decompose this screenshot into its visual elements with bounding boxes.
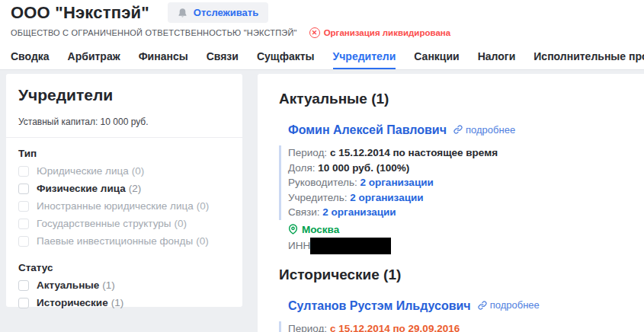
inn-row: ИНН: [288, 238, 636, 254]
tab-uchrediteli[interactable]: Учредители: [333, 43, 396, 69]
more-details-link[interactable]: подробнее: [478, 299, 540, 311]
tab-sankcii[interactable]: Санкции: [414, 43, 459, 69]
filter-individuals[interactable]: Физические лица(2): [18, 183, 230, 194]
tab-suschfakty[interactable]: Сущфакты: [257, 43, 315, 69]
founder-name-link[interactable]: Фомин Алексей Павлович: [288, 123, 447, 137]
filter-historical[interactable]: Исторические(1): [18, 297, 230, 308]
historical-section-heading: Исторические (1): [279, 267, 636, 283]
inn-label: ИНН: [288, 240, 310, 251]
company-full-name: ОБЩЕСТВО С ОГРАНИЧЕННОЙ ОТВЕТСТВЕННОСТЬЮ…: [11, 28, 297, 37]
more-details-label: подробнее: [490, 299, 540, 311]
connections-orgs-link[interactable]: 2 организации: [322, 206, 396, 218]
filter-count: (1): [102, 279, 115, 291]
x-circle-icon: ✕: [309, 27, 320, 38]
divider: [6, 137, 242, 138]
manager-orgs-link[interactable]: 2 организации: [360, 177, 434, 188]
filter-count: (2): [129, 183, 142, 194]
page-header: ООО "Нэкстпэй" Отслеживать ОБЩЕСТВО С ОГ…: [0, 0, 644, 70]
filter-label: Паевые инвестиционные фонды: [37, 235, 193, 247]
founder-entry-historical: Султанов Рустэм Ильдусович подробнее Пер…: [279, 299, 636, 332]
company-page: ООО "Нэкстпэй" Отслеживать ОБЩЕСТВО С ОГ…: [0, 0, 644, 332]
more-details-link[interactable]: подробнее: [453, 124, 515, 136]
detail-label: Доля:: [288, 162, 315, 174]
tab-svyazi[interactable]: Связи: [207, 43, 239, 69]
detail-value-period-historical: с 15.12.2014 по 29.09.2016: [330, 323, 460, 332]
tab-ispolnitelnye-proizvodstva[interactable]: Исполнительные производства: [533, 43, 644, 69]
redacted-inn-value: [310, 238, 391, 254]
detail-label: Учредитель:: [288, 192, 348, 203]
liquidated-status-label: Организация ликвидирована: [324, 28, 451, 37]
charter-capital: Уставный капитал: 10 000 руб.: [18, 117, 230, 127]
checkbox[interactable]: [18, 219, 29, 229]
checkbox[interactable]: [18, 280, 29, 291]
status-filter-label: Статус: [18, 262, 230, 273]
filter-count: (0): [197, 200, 210, 212]
filter-count: (0): [174, 218, 187, 229]
detail-label: Период:: [288, 323, 327, 332]
checkbox[interactable]: [18, 201, 29, 212]
tab-arbitrazh[interactable]: Арбитраж: [68, 43, 120, 69]
link-icon: [478, 301, 487, 310]
more-details-label: подробнее: [466, 124, 515, 136]
follow-button-label: Отслеживать: [194, 7, 258, 18]
filter-state-structures[interactable]: Государственные структуры(0): [18, 218, 230, 229]
filter-legal-entities[interactable]: Юридические лица(0): [18, 165, 230, 177]
tab-bar: Сводка Арбитраж Финансы Связи Сущфакты У…: [0, 43, 644, 70]
geo-city-label: Москва: [302, 224, 339, 235]
filter-count: (1): [111, 297, 124, 308]
detail-label: Связи:: [288, 206, 320, 218]
filter-label: Актуальные: [37, 279, 99, 291]
filter-count: (0): [196, 235, 209, 247]
detail-value-share: 10 000 руб. (100%): [318, 162, 409, 174]
filter-label: Государственные структуры: [37, 218, 171, 229]
page-title: ООО "Нэкстпэй": [11, 3, 149, 23]
type-filter-label: Тип: [18, 148, 230, 159]
filter-actual[interactable]: Актуальные(1): [18, 279, 230, 291]
founder-details-block: Период: с 15.12.2014 по 29.09.2016: [279, 321, 636, 332]
tab-svodka[interactable]: Сводка: [11, 43, 50, 69]
actual-section-heading: Актуальные (1): [279, 91, 636, 107]
checkbox[interactable]: [18, 166, 29, 177]
filter-label: Исторические: [37, 297, 108, 308]
panel-title: Учредители: [18, 86, 230, 104]
follow-button[interactable]: Отслеживать: [168, 2, 268, 23]
map-pin-icon: [288, 224, 298, 235]
founder-details-block: Период: с 15.12.2014 по настоящее время …: [279, 145, 636, 220]
founders-list-panel: Актуальные (1) Фомин Алексей Павлович по…: [258, 74, 644, 332]
filter-label: Физические лица: [37, 183, 126, 194]
founders-filter-panel: Учредители Уставный капитал: 10 000 руб.…: [6, 74, 242, 307]
tab-finansy[interactable]: Финансы: [139, 43, 188, 69]
filter-foreign-legal-entities[interactable]: Иностранные юридические лица(0): [18, 200, 230, 212]
link-icon: [453, 125, 463, 134]
bell-icon: [178, 8, 187, 18]
founder-orgs-link[interactable]: 2 организации: [350, 192, 423, 203]
checkbox[interactable]: [18, 184, 29, 194]
liquidated-status-badge: ✕ Организация ликвидирована: [309, 27, 451, 38]
filter-label: Иностранные юридические лица: [37, 200, 194, 212]
detail-value-period: с 15.12.2014 по настоящее время: [330, 147, 498, 158]
filter-investment-funds[interactable]: Паевые инвестиционные фонды(0): [18, 235, 230, 247]
tab-nalogi[interactable]: Налоги: [478, 43, 516, 69]
detail-label: Руководитель:: [288, 177, 357, 188]
geo-location-link[interactable]: Москва: [288, 224, 636, 235]
detail-label: Период:: [288, 147, 327, 158]
filter-label: Юридические лица: [37, 165, 129, 177]
filter-count: (0): [132, 165, 145, 177]
founder-entry-actual: Фомин Алексей Павлович подробнее Период:…: [279, 123, 636, 254]
checkbox[interactable]: [18, 298, 29, 308]
founder-name-link[interactable]: Султанов Рустэм Ильдусович: [288, 299, 471, 313]
checkbox[interactable]: [18, 236, 29, 247]
